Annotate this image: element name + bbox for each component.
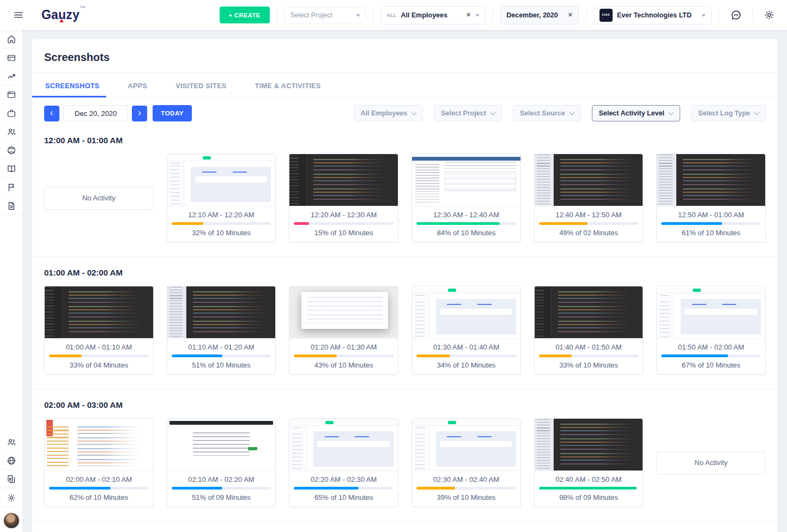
main-content: Screenshots SCREENSHOTSAPPSVISITED SITES… xyxy=(23,30,787,532)
grid-slot: 12:10 AM - 12:20 AM32% of 10 Minutes xyxy=(167,154,276,242)
activity-percentage: 49% of 02 Minutes xyxy=(535,225,643,242)
activity-percentage: 61% of 10 Minutes xyxy=(657,225,765,242)
sidebar-item-reports[interactable] xyxy=(0,470,22,488)
filter-label: Select Source xyxy=(520,109,565,117)
screenshot-time-range: 02:00 AM - 02:10 AM xyxy=(45,471,153,487)
filter-select-project[interactable]: Select Project xyxy=(434,105,502,121)
sidebar xyxy=(0,30,23,532)
screenshot-card[interactable]: 01:30 AM - 01:40 AM34% of 10 Minutes xyxy=(411,286,521,375)
sidebar-item-users[interactable] xyxy=(0,433,22,451)
next-day-button[interactable] xyxy=(132,106,147,121)
sidebar-item-flag[interactable] xyxy=(0,178,22,197)
screenshot-thumbnail xyxy=(412,419,520,471)
screenshot-card[interactable]: 01:00 AM - 01:10 AM33% of 04 Minutes xyxy=(44,286,154,375)
clear-employees-icon[interactable]: ✕ xyxy=(466,11,471,19)
header-project-select[interactable]: Select Project xyxy=(284,7,366,23)
tab-time-activities[interactable]: TIME & ACTIVITIES xyxy=(254,73,322,97)
tab-screenshots[interactable]: SCREENSHOTS xyxy=(44,73,101,97)
sidebar-item-globe[interactable] xyxy=(0,451,22,470)
sidebar-item-users[interactable] xyxy=(0,123,22,141)
screenshot-card[interactable]: 02:10 AM - 02:20 AM51% of 09 Minutes xyxy=(167,418,276,507)
filter-all-employees[interactable]: All Employees xyxy=(354,105,423,121)
filter-select-activity-level[interactable]: Select Activity Level xyxy=(592,105,680,121)
screenshot-thumbnail xyxy=(45,286,153,339)
settings-icon xyxy=(7,493,16,503)
screenshot-time-range: 02:10 AM - 02:20 AM xyxy=(167,471,276,487)
grid-slot: 12:50 AM - 01:00 AM61% of 10 Minutes xyxy=(656,154,766,242)
toolbar: Dec 20, 2020 TODAY All EmployeesSelect P… xyxy=(32,97,778,125)
create-button[interactable]: + CREATE xyxy=(220,7,270,23)
hour-section: 02:00 AM - 03:00 AM02:00 AM - 02:10 AM62… xyxy=(32,389,778,522)
divider xyxy=(586,8,586,23)
user-avatar[interactable] xyxy=(3,512,20,529)
home-icon xyxy=(7,34,16,44)
filter-label: Select Project xyxy=(441,109,486,117)
sidebar-item-home[interactable] xyxy=(0,30,22,48)
divider xyxy=(493,8,493,23)
header-organization-select[interactable]: EVER Ever Technologies LTD xyxy=(594,6,712,25)
hour-section: 03:00 AM - 04:00 AM xyxy=(32,522,778,532)
clear-period-icon[interactable]: ✕ xyxy=(568,11,573,19)
screenshot-card[interactable]: 12:40 AM - 12:50 AM49% of 02 Minutes xyxy=(534,154,644,242)
sidebar-item-trending-up[interactable] xyxy=(0,67,22,85)
filter-label: Select Activity Level xyxy=(599,109,664,117)
activity-percentage: 33% of 10 Minutes xyxy=(535,357,643,374)
sidebar-item-activity[interactable] xyxy=(0,141,22,160)
screenshot-card[interactable]: 02:00 AM - 02:10 AM62% of 10 Minutes xyxy=(44,418,154,507)
header-period-chip[interactable]: December, 2020 ✕ xyxy=(500,6,579,25)
activity-percentage: 32% of 10 Minutes xyxy=(167,225,276,242)
briefcase-icon xyxy=(7,108,16,118)
sidebar-item-credit-card[interactable] xyxy=(0,48,22,67)
activity-percentage: 84% of 10 Minutes xyxy=(412,225,520,242)
screenshot-card[interactable]: 02:30 AM - 02:40 AM39% of 10 Minutes xyxy=(411,418,521,507)
screenshot-thumbnail xyxy=(657,286,765,339)
screenshot-time-range: 12:50 AM - 01:00 AM xyxy=(657,206,765,222)
screenshot-card[interactable]: 12:10 AM - 12:20 AM32% of 10 Minutes xyxy=(167,154,276,242)
tab-visited-sites[interactable]: VISITED SITES xyxy=(174,73,227,97)
screenshot-thumbnail xyxy=(535,154,643,206)
activity-percentage: 51% of 09 Minutes xyxy=(167,490,276,506)
organization-name: Ever Technologies LTD xyxy=(617,11,692,19)
logo-tm: TM xyxy=(80,5,85,9)
activity-percentage: 62% of 10 Minutes xyxy=(45,490,153,506)
organization-logo: EVER xyxy=(600,9,613,22)
screenshot-card[interactable]: 12:20 AM - 12:30 AM15% of 10 Minutes xyxy=(289,154,398,242)
sidebar-spacer xyxy=(0,215,22,433)
credit-card-icon xyxy=(7,53,16,63)
screenshot-card[interactable]: 01:50 AM - 02:00 AM67% of 10 Minutes xyxy=(656,286,766,375)
date-display[interactable]: Dec 20, 2020 xyxy=(63,105,128,121)
sidebar-item-browser[interactable] xyxy=(0,85,22,104)
settings-gear-icon[interactable] xyxy=(760,6,778,25)
screenshot-card[interactable]: 02:40 AM - 02:50 AM98% of 09 Minutes xyxy=(534,418,644,507)
divider xyxy=(373,8,374,23)
sidebar-item-briefcase[interactable] xyxy=(0,104,22,123)
screenshot-thumbnail xyxy=(167,154,276,206)
screenshot-card[interactable]: 12:50 AM - 01:00 AM61% of 10 Minutes xyxy=(656,154,766,242)
sidebar-item-settings[interactable] xyxy=(0,488,22,507)
screenshot-card[interactable]: 01:20 AM - 01:30 AM43% of 10 Minutes xyxy=(289,286,398,375)
filter-bar: All EmployeesSelect ProjectSelect Source… xyxy=(354,105,766,121)
browser-icon xyxy=(7,90,16,100)
grid-slot: 01:20 AM - 01:30 AM43% of 10 Minutes xyxy=(289,286,398,375)
app-logo[interactable]: GauzyTM xyxy=(41,8,84,22)
screenshot-card[interactable]: 12:30 AM - 12:40 AM84% of 10 Minutes xyxy=(411,154,521,242)
screenshot-time-range: 02:40 AM - 02:50 AM xyxy=(535,471,643,487)
tab-apps[interactable]: APPS xyxy=(127,73,149,97)
previous-day-button[interactable] xyxy=(44,106,59,121)
screenshot-thumbnail xyxy=(289,286,398,339)
screenshot-card[interactable]: 02:20 AM - 02:30 AM65% of 10 Minutes xyxy=(289,418,398,507)
today-button[interactable]: TODAY xyxy=(153,105,192,121)
sidebar-item-book-open[interactable] xyxy=(0,160,22,178)
filter-select-log-type[interactable]: Select Log Type xyxy=(691,105,766,121)
chat-icon[interactable] xyxy=(727,6,745,25)
screenshot-card[interactable]: 01:10 AM - 01:20 AM51% of 10 Minutes xyxy=(167,286,276,375)
activity-percentage: 67% of 10 Minutes xyxy=(657,357,765,374)
header-employees-select[interactable]: ALL All Employees ✕ xyxy=(381,6,486,25)
filter-select-source[interactable]: Select Source xyxy=(513,105,581,121)
chevron-down-icon xyxy=(475,14,480,17)
hour-section: 12:00 AM - 01:00 AMNo Activity12:10 AM -… xyxy=(32,125,778,257)
sidebar-item-file-text[interactable] xyxy=(0,197,22,215)
screenshot-card[interactable]: 01:40 AM - 01:50 AM33% of 10 Minutes xyxy=(534,286,644,375)
chevron-down-icon xyxy=(754,109,760,115)
menu-icon[interactable] xyxy=(9,6,27,25)
